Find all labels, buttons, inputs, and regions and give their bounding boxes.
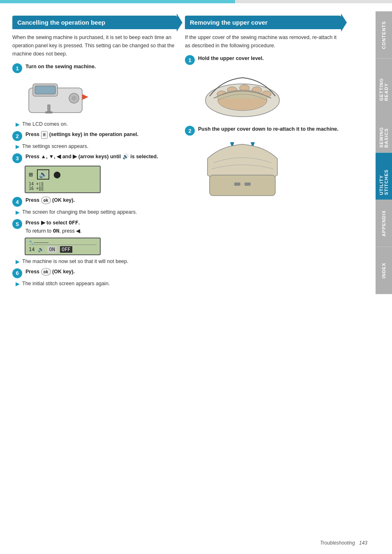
step-5-text: Press ▶ to select OFF. To return to ON, …: [25, 219, 177, 235]
sidebar-tab-sewing-basics[interactable]: SEWING BASICS: [376, 106, 392, 153]
lcd-icon-sound: 🔊: [37, 169, 49, 180]
sidebar-tab-contents-label: CONTENTS: [381, 21, 386, 49]
top-accent-bar: [0, 0, 392, 3]
step-5-illustration: 🔧—————— 14 🔊 ON OFF: [25, 238, 177, 255]
right-column: Removing the upper cover If the upper co…: [185, 16, 341, 290]
lcd-off-text: OFF: [60, 246, 72, 253]
svg-rect-18: [234, 182, 240, 186]
step-4-text: Press ok (OK key).: [25, 196, 177, 204]
step-4-result: ▶ The screen for changing the beep setti…: [12, 209, 177, 215]
bullet-arrow-2: ▶: [16, 143, 20, 150]
step-5-result: ▶ The machine is now set so that it will…: [12, 259, 177, 265]
step-1-circle: 1: [12, 63, 22, 73]
left-section-header: Cancelling the operation beep: [12, 16, 177, 29]
lcd-num-14: 14: [29, 247, 35, 252]
right-step-2-illustration: [197, 138, 341, 201]
svg-point-4: [71, 96, 76, 101]
sidebar-tab-sewing-basics-label: SEWING BASICS: [379, 111, 389, 148]
step-6-text: Press ok (OK key).: [25, 268, 177, 276]
sidebar-tab-utility-stitches-label: UTILITY STITCHES: [379, 158, 389, 195]
step-1-row: 1 Turn on the sewing machine.: [12, 63, 177, 73]
step-2-row: 2 Press ≡ (settings key) in the operatio…: [12, 131, 177, 141]
svg-marker-7: [82, 94, 88, 100]
right-sidebar: CONTENTS GETTING READY SEWING BASICS UTI…: [376, 12, 392, 294]
step-4-row: 4 Press ok (OK key).: [12, 196, 177, 207]
bullet-arrow-1: ▶: [16, 121, 20, 127]
step-4-label: Press ok (OK key).: [25, 197, 75, 203]
footer-page-number: 143: [359, 540, 367, 546]
right-step-2-text: Push the upper cover down to re-attach i…: [198, 125, 341, 133]
right-section-header: Removing the upper cover: [185, 16, 341, 29]
right-step-2-circle: 2: [185, 126, 195, 136]
settings-key-icon: ≡: [41, 131, 48, 139]
left-section-title: Cancelling the operation beep: [17, 19, 105, 26]
bullet-arrow-4: ▶: [16, 209, 20, 215]
step-1-illustration: [25, 76, 177, 118]
footer-label: Troubleshooting: [320, 540, 355, 546]
svg-rect-6: [45, 111, 53, 113]
step-6-result: ▶ The initial stitch screen appears agai…: [12, 281, 177, 287]
step-6-result-text: The initial stitch screen appears again.: [22, 281, 110, 286]
step-1-text: Turn on the sewing machine.: [25, 63, 177, 71]
lcd-icon-circle: ⬤: [53, 171, 61, 178]
step-5-label: Press ▶ to select OFF.: [25, 220, 80, 226]
lcd-row-16: 16 +‖‖: [29, 186, 44, 191]
step-3-circle: 3: [12, 153, 22, 163]
sidebar-tab-contents[interactable]: CONTENTS: [376, 12, 392, 59]
step-5-circle: 5: [12, 219, 22, 229]
sidebar-tab-appendix-label: APPENDIX: [381, 210, 386, 236]
upper-cover-push-svg: [197, 138, 288, 200]
step-5-row: 5 Press ▶ to select OFF. To return to ON…: [12, 219, 177, 235]
right-step-1-circle: 1: [185, 55, 195, 65]
ok-key-icon: ok: [41, 196, 51, 204]
main-area: Cancelling the operation beep When the s…: [0, 12, 376, 294]
lcd-sound-icon: 🔊: [38, 247, 44, 252]
step-3-row: 3 Press ▲, ▼, ◀ and ▶ (arrow keys) until…: [12, 153, 177, 163]
step-6-label: Press ok (OK key).: [25, 269, 75, 275]
step-2-circle: 2: [12, 131, 22, 141]
lcd-on-text: ON: [47, 246, 56, 253]
right-step-1-label: Hold the upper cover level.: [198, 55, 264, 61]
page-footer: Troubleshooting 143: [320, 540, 367, 546]
step-2-result-text: The settings screen appears.: [22, 143, 88, 149]
svg-rect-17: [210, 175, 275, 196]
right-step-1-row: 1 Hold the upper cover level.: [185, 55, 341, 65]
sewing-machine-svg: [25, 76, 90, 117]
lcd-top-icon: 🔧——————: [29, 240, 48, 245]
sidebar-tab-getting-ready-label: GETTING READY: [379, 64, 389, 101]
svg-rect-2: [35, 86, 55, 94]
step-4-circle: 4: [12, 197, 22, 207]
sidebar-tab-index[interactable]: INDEX: [376, 247, 392, 294]
step-2-text: Press ≡ (settings key) in the operation …: [25, 131, 177, 139]
lcd-row-14: 14 +|‖: [29, 182, 44, 186]
page-content: Cancelling the operation beep When the s…: [0, 3, 392, 302]
step-2-label: Press ≡ (settings key) in the operation …: [25, 132, 138, 137]
ok-key-icon-2: ok: [41, 268, 51, 276]
step-4-result-text: The screen for changing the beep setting…: [22, 209, 137, 215]
step-6-circle: 6: [12, 268, 22, 278]
right-section-title: Removing the upper cover: [190, 19, 267, 26]
sidebar-tab-appendix[interactable]: APPENDIX: [376, 200, 392, 247]
sidebar-tab-utility-stitches[interactable]: UTILITY STITCHES: [376, 153, 392, 200]
right-step-1-text: Hold the upper cover level.: [198, 55, 341, 62]
step-1-result-text: The LCD comes on.: [22, 121, 68, 127]
step-5-note: To return to ON, press ◀.: [25, 228, 82, 234]
step-3-text: Press ▲, ▼, ◀ and ▶ (arrow keys) until 🔊…: [25, 153, 177, 161]
step-1-label: Turn on the sewing machine.: [25, 64, 96, 69]
left-column: Cancelling the operation beep When the s…: [12, 16, 177, 290]
step-3-label: Press ▲, ▼, ◀ and ▶ (arrow keys) until 🔊…: [25, 154, 158, 159]
right-step-2-label: Push the upper cover down to re-attach i…: [198, 126, 339, 132]
bullet-arrow-6: ▶: [16, 281, 20, 287]
step-3-illustration: ⊞ 🔊 ⬤ 14 +|‖ 16 +‖‖: [25, 166, 177, 193]
sidebar-tab-getting-ready[interactable]: GETTING READY: [376, 59, 392, 106]
step-2-result: ▶ The settings screen appears.: [12, 143, 177, 150]
upper-cover-hold-svg: [197, 67, 288, 121]
step-6-row: 6 Press ok (OK key).: [12, 268, 177, 278]
right-step-2-row: 2 Push the upper cover down to re-attach…: [185, 125, 341, 136]
step-5-result-text: The machine is now set so that it will n…: [22, 259, 128, 264]
right-intro-text: If the upper cover of the sewing machine…: [185, 33, 341, 50]
left-intro-text: When the sewing machine is purchased, it…: [12, 33, 177, 58]
right-step-1-illustration: [197, 67, 341, 122]
lcd-icon-grid: ⊞: [29, 171, 33, 178]
sidebar-tab-index-label: INDEX: [381, 263, 386, 279]
